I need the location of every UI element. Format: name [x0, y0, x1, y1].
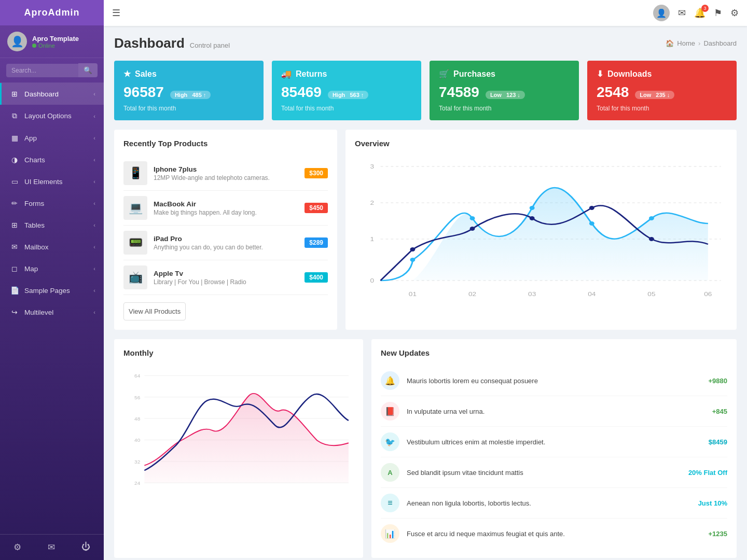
- update-text: Vestibulum ultrices enim at molestie imp…: [407, 438, 545, 446]
- svg-text:03: 03: [528, 291, 536, 297]
- forms-icon: ✏: [10, 199, 19, 207]
- mail-icon: ✉: [678, 8, 686, 18]
- purchases-title: Purchases: [453, 69, 495, 79]
- sidebar-item-label: Charts: [24, 156, 45, 164]
- sidebar-item-label: App: [24, 134, 37, 142]
- svg-text:02: 02: [468, 291, 476, 297]
- update-icon: A: [381, 463, 399, 482]
- menu-icon[interactable]: ☰: [112, 7, 120, 19]
- purchases-card: 🛒 Purchases 74589 Low 123↓ Total for thi…: [430, 61, 579, 120]
- sidebar-item-map[interactable]: ◻ Map ‹: [0, 258, 104, 279]
- sidebar-item-mailbox[interactable]: ✉ Mailbox ‹: [0, 236, 104, 258]
- notification-button[interactable]: 🔔 3: [694, 7, 706, 19]
- svg-point-17: [589, 221, 594, 226]
- sidebar-item-label: Mailbox: [24, 243, 49, 251]
- sales-card: ★ Sales 96587 High 485↑ Total for this m…: [114, 61, 264, 120]
- sidebar-item-label: Multilevel: [24, 309, 53, 316]
- chevron-icon: ‹: [93, 309, 95, 315]
- topbar: ☰ 👤 ✉ 🔔 3 ⚑ ⚙: [104, 0, 747, 26]
- sidebar-item-tables[interactable]: ⊞ Tables ‹: [0, 214, 104, 236]
- sidebar-item-label: Tables: [24, 221, 45, 229]
- search-input[interactable]: [6, 64, 78, 77]
- update-text: Fusce et arcu id neque maximus feugiat e…: [407, 530, 565, 538]
- mail-icon[interactable]: ✉: [48, 542, 55, 553]
- product-image: 💻: [123, 196, 147, 220]
- update-item: ≡ Aenean non ligula lobortis, lobortis l…: [381, 488, 727, 519]
- sidebar-username: Apro Template: [32, 35, 79, 43]
- mail-button[interactable]: ✉: [678, 7, 686, 19]
- svg-text:05: 05: [647, 291, 655, 297]
- monthly-panel: Monthly 64 56 48 40 32 24: [114, 339, 363, 558]
- downloads-footer: Total for this month: [597, 105, 727, 112]
- sidebar-item-ui[interactable]: ▭ UI Elements ‹: [0, 171, 104, 192]
- product-item: 💻 MacBook Air Make big things happen. Al…: [123, 191, 328, 226]
- power-icon[interactable]: ⏻: [81, 542, 90, 553]
- sidebar-item-charts[interactable]: ◑ Charts ‹: [0, 149, 104, 171]
- chevron-icon: ‹: [93, 200, 95, 206]
- chevron-icon: ‹: [93, 222, 95, 228]
- chevron-icon: ‹: [93, 157, 95, 163]
- sample-icon: 📄: [10, 286, 19, 295]
- product-item: 📺 Apple Tv Library | For You | Browse | …: [123, 260, 328, 295]
- view-all-button[interactable]: View All Products: [123, 302, 186, 320]
- flag-button[interactable]: ⚑: [714, 7, 722, 19]
- svg-text:01: 01: [409, 291, 417, 297]
- map-icon: ◻: [10, 264, 19, 273]
- settings-button[interactable]: ⚙: [730, 7, 739, 19]
- svg-point-23: [649, 237, 654, 241]
- product-name: iPad Pro: [154, 235, 263, 243]
- product-desc: Library | For You | Browse | Radio: [154, 278, 246, 286]
- sidebar-item-forms[interactable]: ✏ Forms ‹: [0, 192, 104, 214]
- svg-point-20: [470, 227, 475, 231]
- search-button[interactable]: 🔍: [78, 63, 98, 77]
- sidebar-status: Online: [32, 43, 79, 49]
- overview-panel: Overview 3 2 1 0 01 02 03 04: [345, 130, 737, 330]
- monthly-title: Monthly: [123, 348, 354, 357]
- product-image: 📟: [123, 231, 147, 255]
- sidebar-item-label: Layout Options: [24, 112, 72, 120]
- sidebar-item-dashboard[interactable]: ⊞ Dashboard ‹: [0, 83, 104, 105]
- chevron-icon: ‹: [93, 91, 95, 97]
- sales-title: Sales: [135, 69, 157, 79]
- svg-text:48: 48: [134, 416, 141, 422]
- settings-icon[interactable]: ⚙: [13, 542, 21, 553]
- product-image: 📺: [123, 265, 147, 289]
- update-icon: 🔔: [381, 371, 399, 390]
- chevron-icon: ‹: [93, 265, 95, 272]
- sidebar-footer: ⚙ ✉ ⏻: [0, 534, 104, 560]
- update-item: 📊 Fusce et arcu id neque maximus feugiat…: [381, 519, 727, 549]
- svg-point-19: [410, 247, 415, 251]
- returns-number: 85469: [281, 84, 322, 101]
- downloads-badge: Low 235↓: [635, 91, 674, 99]
- svg-text:0: 0: [370, 277, 375, 284]
- sales-badge: High 485↑: [170, 91, 211, 99]
- chevron-icon: ‹: [93, 135, 95, 141]
- purchases-number: 74589: [439, 84, 479, 101]
- breadcrumb-current: Dashboard: [703, 39, 737, 47]
- breadcrumb-home[interactable]: Home: [677, 39, 695, 47]
- product-price: $289: [305, 237, 328, 248]
- sidebar-item-layout[interactable]: ⧉ Layout Options ‹: [0, 105, 104, 127]
- sidebar-item-app[interactable]: ▦ App ‹: [0, 127, 104, 149]
- chevron-icon: ‹: [93, 244, 95, 250]
- overview-chart: 3 2 1 0 01 02 03 04 05 06: [355, 156, 727, 312]
- dashboard-icon: ⊞: [10, 90, 19, 98]
- ui-icon: ▭: [10, 177, 19, 186]
- mailbox-icon: ✉: [10, 243, 19, 251]
- update-text: Aenean non ligula lobortis, lobortis lec…: [407, 499, 531, 507]
- topbar-avatar[interactable]: 👤: [653, 5, 670, 21]
- product-item: 📟 iPad Pro Anything you can do, you can …: [123, 226, 328, 260]
- svg-text:06: 06: [704, 291, 712, 297]
- svg-point-16: [530, 206, 535, 210]
- sidebar-item-sample[interactable]: 📄 Sample Pages ‹: [0, 279, 104, 301]
- svg-text:3: 3: [370, 163, 375, 170]
- stat-cards: ★ Sales 96587 High 485↑ Total for this m…: [114, 61, 737, 120]
- update-icon: ≡: [381, 494, 399, 512]
- charts-icon: ◑: [10, 156, 19, 164]
- update-value: Just 10%: [698, 499, 727, 507]
- updates-title: New Updates: [381, 348, 727, 357]
- sidebar-item-multilevel[interactable]: ↪ Multilevel ‹: [0, 301, 104, 323]
- downloads-number: 2548: [597, 84, 629, 101]
- update-item: 🔔 Mauris lobortis lorem eu consequat pos…: [381, 366, 727, 396]
- sales-number: 96587: [123, 84, 164, 101]
